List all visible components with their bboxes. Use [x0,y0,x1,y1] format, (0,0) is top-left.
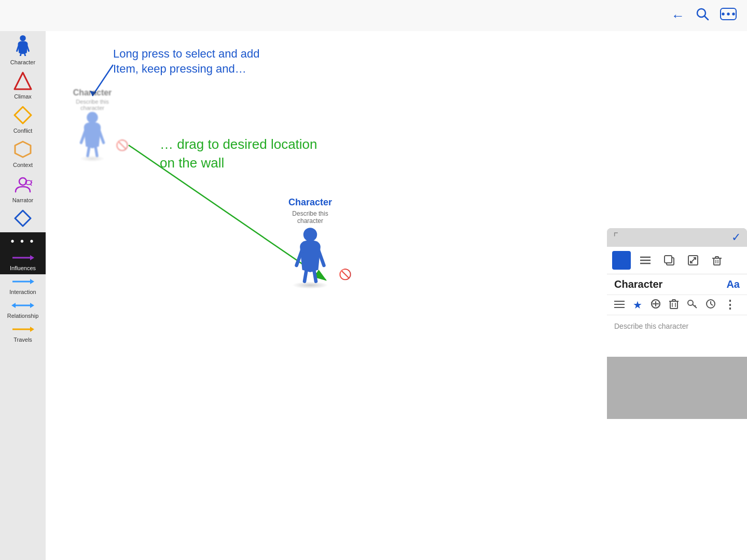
svg-marker-29 [30,303,34,308]
interaction-label: Interaction [9,289,36,295]
conflict-icon [13,106,32,127]
tooltip-annotation: Long press to select and add Item, keep … [98,41,260,76]
dest-no-entry-icon: 🚫 [339,268,352,281]
relationship-label: Relationship [7,313,39,319]
copy-button[interactable] [660,251,679,270]
lines-button[interactable] [636,251,655,270]
circle-action-icon[interactable] [651,299,661,312]
panel-title-row: Character Aa [607,274,747,295]
source-character-desc: Describe this character [72,99,113,111]
trash-button[interactable] [708,251,726,270]
svg-rect-54 [714,258,720,265]
resize-button[interactable] [684,251,702,270]
svg-line-81 [711,304,713,305]
interaction-icon [11,277,34,288]
svg-marker-22 [15,211,31,226]
svg-line-78 [695,305,696,306]
svg-line-40 [95,145,97,156]
narrator-icon [13,174,33,196]
right-panel: ⌜ ✓ [607,228,747,419]
panel-aa-button[interactable]: Aa [726,278,740,290]
character-label: Character [10,59,35,65]
star-action-icon[interactable]: ★ [633,299,642,311]
influences-label: Influences [10,265,36,271]
svg-line-21 [31,180,32,181]
conflict-label: Conflict [13,128,33,134]
sidebar-item-diamond[interactable] [0,206,46,232]
dest-character-label: Character [288,197,332,208]
svg-marker-16 [15,142,31,157]
no-entry-icon: 🚫 [116,139,129,151]
travels-icon [11,325,34,335]
dest-character-figure [289,227,331,284]
svg-marker-31 [30,327,34,332]
dest-character-desc: Describe this character [284,210,336,225]
key-action-icon[interactable] [687,299,697,312]
svg-point-76 [688,300,693,305]
context-label: Context [13,162,33,168]
diamond-icon [14,209,32,229]
svg-point-41 [303,228,317,241]
search-button[interactable] [695,7,710,25]
svg-rect-69 [670,301,677,309]
sidebar-item-character[interactable]: Character [0,31,46,68]
clock-action-icon[interactable] [706,299,716,312]
svg-marker-24 [30,255,34,260]
panel-action-row: ★ [607,295,747,315]
panel-description[interactable]: Describe this character [607,315,747,357]
sidebar-item-travels[interactable]: Travels [0,322,46,346]
svg-point-36 [87,112,98,123]
drag-instruction-text: … drag to desired location on the wall [160,135,317,173]
dest-character-node[interactable]: Character Describe this character 🚫 [284,197,336,289]
tooltip-text: Long press to select and add Item, keep … [113,47,260,76]
svg-line-53 [690,258,696,263]
svg-marker-26 [30,279,34,284]
sidebar-item-dots[interactable]: • • • [0,232,46,250]
svg-marker-14 [15,73,31,89]
sidebar: ⌄ Book Character Climax [0,0,46,560]
svg-marker-15 [15,107,31,123]
relationship-icon [11,301,34,312]
source-character-node[interactable]: Character Describe this character 🚫 [72,88,113,162]
panel-desc-text: Describe this character [614,322,688,330]
more-button[interactable] [720,6,737,26]
sidebar-item-context[interactable]: Context [0,137,46,171]
sidebar-item-relationship[interactable]: Relationship [0,298,46,322]
panel-toolbar [607,247,747,274]
dots-icon: • • • [10,235,35,247]
svg-line-45 [314,268,316,281]
svg-line-39 [88,145,90,156]
panel-corner-icon: ⌜ [613,231,618,244]
top-bar: ← [0,0,747,31]
more-action-icon[interactable]: ⋮ [724,298,736,312]
narrator-label: Narrator [12,197,33,203]
climax-label: Climax [14,93,32,100]
svg-rect-51 [665,256,672,263]
character-icon [15,34,31,58]
source-character-figure [77,111,108,158]
svg-line-12 [20,52,21,56]
panel-footer [607,357,747,419]
panel-title: Character [614,278,662,290]
influences-icon [11,254,34,264]
panel-header: ⌜ ✓ [607,228,747,247]
svg-rect-46 [616,255,627,265]
sidebar-item-narrator[interactable]: Narrator [0,171,46,206]
svg-point-9 [20,35,25,41]
panel-chevron-icon[interactable]: ✓ [731,231,741,244]
sidebar-item-interaction[interactable]: Interaction [0,274,46,298]
context-icon [13,140,32,161]
climax-icon [13,72,32,92]
list-action-icon[interactable] [614,299,625,311]
travels-label: Travels [13,337,32,343]
source-character-label: Character [73,88,112,97]
back-button[interactable]: ← [671,8,685,24]
sidebar-item-conflict[interactable]: Conflict [0,103,46,137]
svg-marker-28 [11,303,16,308]
svg-line-13 [24,52,25,56]
sidebar-item-climax[interactable]: Climax [0,68,46,103]
sidebar-item-influences[interactable]: Influences [0,250,46,274]
trash-action-icon[interactable] [669,299,679,312]
svg-line-1 [704,16,708,20]
color-button[interactable] [612,251,631,270]
